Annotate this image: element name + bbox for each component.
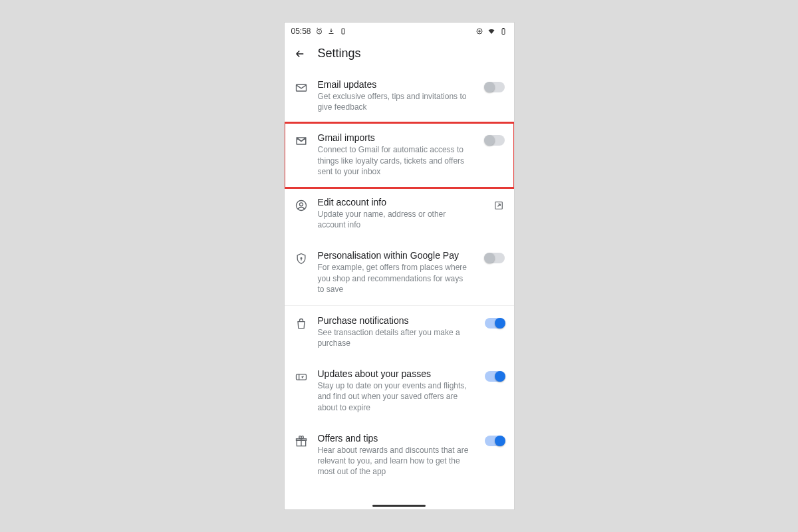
- toggle-switch[interactable]: [485, 371, 505, 382]
- toggle-switch[interactable]: [485, 318, 505, 329]
- settings-row-offers-and-tips[interactable]: Offers and tipsHear about rewards and di…: [285, 424, 514, 488]
- row-title: Email updates: [318, 79, 470, 90]
- back-button[interactable]: [294, 48, 306, 60]
- row-main: Offers and tipsHear about rewards and di…: [318, 433, 473, 477]
- toggle-switch[interactable]: [485, 135, 505, 146]
- row-trailing: [482, 135, 505, 146]
- status-time: 05:58: [291, 27, 311, 36]
- open-external-icon[interactable]: [493, 200, 505, 214]
- row-trailing: [482, 200, 505, 214]
- settings-row-email-updates[interactable]: Email updatesGet exclusive offers, tips …: [285, 70, 514, 123]
- row-main: Email updatesGet exclusive offers, tips …: [318, 79, 473, 112]
- ticket-icon: [294, 370, 309, 384]
- row-main: Updates about your passesStay up to date…: [318, 368, 473, 413]
- row-trailing: [482, 436, 505, 446]
- settings-row-updates-about-your-passes[interactable]: Updates about your passesStay up to date…: [285, 359, 514, 424]
- status-bar: 05:58: [285, 23, 514, 40]
- toggle-switch[interactable]: [485, 253, 505, 263]
- row-main: Personalisation within Google PayFor exa…: [318, 250, 473, 295]
- settings-row-personalisation-within-google-pay[interactable]: Personalisation within Google PayFor exa…: [285, 241, 514, 305]
- toggle-switch[interactable]: [485, 82, 505, 92]
- device-icon: [339, 27, 347, 35]
- settings-row-edit-account-info[interactable]: Edit account infoUpdate your name, addre…: [285, 188, 514, 241]
- row-description: Hear about rewards and discounts that ar…: [318, 445, 470, 477]
- row-title: Offers and tips: [318, 433, 470, 444]
- toggle-switch[interactable]: [485, 436, 505, 446]
- app-bar: Settings: [285, 40, 514, 70]
- row-trailing: [482, 371, 505, 382]
- row-title: Gmail imports: [318, 132, 470, 143]
- settings-row-purchase-notifications[interactable]: Purchase notificationsSee transaction de…: [285, 306, 514, 359]
- row-main: Purchase notificationsSee transaction de…: [318, 315, 473, 348]
- row-description: For example, get offers from places wher…: [318, 262, 470, 295]
- row-trailing: [482, 82, 505, 92]
- settings-row-gmail-imports[interactable]: Gmail importsConnect to Gmail for automa…: [285, 123, 514, 188]
- wifi-icon: [487, 27, 495, 35]
- row-description: Update your name, address or other accou…: [318, 209, 470, 230]
- page-title: Settings: [318, 47, 361, 61]
- row-description: See transaction details after you make a…: [318, 327, 470, 348]
- account-icon: [294, 198, 309, 213]
- mail-icon: [294, 80, 309, 95]
- nav-handle[interactable]: [372, 505, 426, 507]
- row-description: Connect to Gmail for automatic access to…: [318, 144, 470, 177]
- bag-icon: [294, 317, 309, 331]
- settings-list: Email updatesGet exclusive offers, tips …: [285, 70, 514, 487]
- gift-icon: [294, 434, 309, 449]
- gmail-icon: [294, 134, 309, 148]
- svg-rect-3: [502, 29, 505, 35]
- row-description: Stay up to date on your events and fligh…: [318, 380, 470, 413]
- row-title: Edit account info: [318, 197, 470, 207]
- alarm-icon: [315, 27, 323, 35]
- download-icon: [327, 27, 335, 35]
- svg-rect-4: [503, 29, 504, 29]
- row-description: Get exclusive offers, tips and invitatio…: [318, 91, 470, 112]
- svg-rect-1: [342, 29, 344, 34]
- row-trailing: [482, 318, 505, 329]
- row-title: Personalisation within Google Pay: [318, 250, 470, 261]
- shield-icon: [294, 251, 309, 266]
- row-title: Updates about your passes: [318, 368, 470, 379]
- row-main: Edit account infoUpdate your name, addre…: [318, 197, 473, 230]
- data-saver-icon: [475, 27, 483, 35]
- row-trailing: [482, 253, 505, 263]
- phone-frame: 05:58 Settings Email updatesGet exclusiv…: [285, 23, 514, 509]
- battery-icon: [499, 27, 507, 35]
- row-title: Purchase notifications: [318, 315, 470, 326]
- row-main: Gmail importsConnect to Gmail for automa…: [318, 132, 473, 177]
